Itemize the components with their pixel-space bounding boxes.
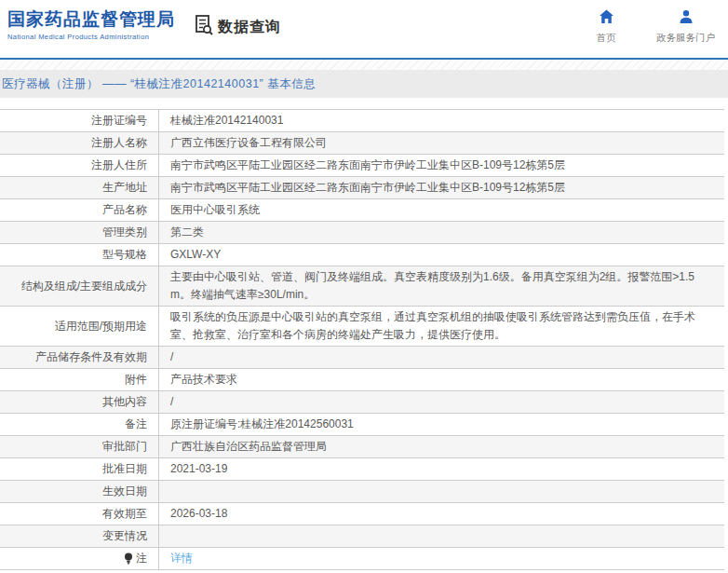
nav-home-label: 首页 bbox=[597, 32, 616, 45]
row-label: 审批部门 bbox=[0, 436, 159, 457]
row-label-text: 产品名称 bbox=[102, 201, 147, 219]
row-value: / bbox=[159, 391, 724, 413]
table-row: 适用范围/预期用途 吸引系统的负压源是中心吸引站的真空泵组，通过真空泵机组的抽吸… bbox=[0, 307, 724, 347]
row-label: 其他内容 bbox=[0, 391, 159, 413]
row-label: 管理类别 bbox=[0, 222, 159, 243]
home-icon bbox=[599, 9, 614, 28]
row-value: 2021-03-19 bbox=[159, 458, 724, 480]
row-label: 生产地址 bbox=[0, 177, 159, 198]
row-value: 吸引系统的负压源是中心吸引站的真空泵组，通过真空泵机组的抽吸使吸引系统管路达到需… bbox=[159, 307, 724, 346]
detail-link[interactable]: 详情 bbox=[170, 550, 193, 567]
table-row: 注 详情 bbox=[0, 548, 724, 570]
row-value: 广西立伟医疗设备工程有限公司 bbox=[159, 132, 724, 154]
row-label: 注册人名称 bbox=[0, 132, 159, 154]
table-row: 产品储存条件及有效期 / bbox=[0, 347, 724, 369]
nav-gov-portal-label: 政务服务门户 bbox=[656, 32, 715, 45]
row-label: 注册人住所 bbox=[0, 155, 159, 176]
row-label: 备注 bbox=[0, 414, 159, 435]
row-label-text: 生产地址 bbox=[102, 179, 147, 197]
row-label-text: 批准日期 bbox=[102, 460, 147, 478]
row-value: 广西壮族自治区药品监督管理局 bbox=[159, 436, 724, 457]
table-row: 生产地址 南宁市武鸣区平陆工业园区经二路东面南宁市伊岭工业集中区B-109号12… bbox=[0, 177, 724, 199]
row-value: 原注册证编号:桂械注准20142560031 bbox=[159, 414, 724, 435]
row-value bbox=[159, 481, 724, 502]
logo-title: 国家药品监督管理局 bbox=[7, 8, 175, 31]
row-label: 变更情况 bbox=[0, 525, 159, 547]
row-value: 医用中心吸引系统 bbox=[159, 199, 724, 221]
table-row: 结构及组成/主要组成成分 主要由中心吸引站、管道、阀门及终端组成。真空表精度级别… bbox=[0, 266, 724, 307]
data-query-heading[interactable]: 数据查询 bbox=[194, 14, 281, 40]
table-row: 型号规格 GXLW-XY bbox=[0, 244, 724, 266]
table-row: 注册人住所 南宁市武鸣区平陆工业园区经二路东面南宁市伊岭工业集中区B-109号1… bbox=[0, 155, 724, 177]
row-label-text: 其他内容 bbox=[102, 393, 147, 411]
data-query-label: 数据查询 bbox=[218, 18, 281, 37]
info-table: 注册证编号 桂械注准20142140031 注册人名称 广西立伟医疗设备工程有限… bbox=[0, 109, 724, 570]
table-row: 生效日期 bbox=[0, 481, 724, 503]
nmpa-logo[interactable]: 国家药品监督管理局 National Medical Products Admi… bbox=[7, 8, 175, 41]
top-nav: 首页 政务服务门户 bbox=[587, 9, 715, 45]
row-label-text: 审批部门 bbox=[102, 438, 147, 456]
row-label: 附件 bbox=[0, 369, 159, 390]
row-label-text: 有效期至 bbox=[102, 505, 147, 523]
row-label-text: 注 bbox=[136, 550, 147, 567]
row-label: 结构及组成/主要组成成分 bbox=[0, 266, 159, 306]
user-icon bbox=[679, 9, 694, 28]
row-label: 适用范围/预期用途 bbox=[0, 307, 159, 346]
row-value: 2026-03-18 bbox=[159, 503, 724, 525]
row-value: 产品技术要求 bbox=[159, 369, 724, 390]
table-row: 附件 产品技术要求 bbox=[0, 369, 724, 391]
row-label: 产品储存条件及有效期 bbox=[0, 347, 159, 368]
row-label-text: 附件 bbox=[125, 371, 147, 389]
row-value: 主要由中心吸引站、管道、阀门及终端组成。真空表精度级别为1.6级。备用真空泵组为… bbox=[159, 266, 724, 306]
row-value: 桂械注准20142140031 bbox=[159, 110, 724, 131]
row-label-text: 管理类别 bbox=[102, 224, 147, 241]
table-row: 产品名称 医用中心吸引系统 bbox=[0, 199, 724, 222]
row-label-text: 注册人住所 bbox=[91, 157, 147, 174]
row-value bbox=[159, 525, 724, 547]
row-label: 批准日期 bbox=[0, 458, 159, 480]
table-row: 其他内容 / bbox=[0, 391, 724, 414]
row-label: 注册证编号 bbox=[0, 110, 159, 131]
row-label: 型号规格 bbox=[0, 244, 159, 266]
lightbulb-icon bbox=[124, 553, 133, 565]
row-label-text: 变更情况 bbox=[102, 527, 147, 545]
row-label: 生效日期 bbox=[0, 481, 159, 502]
row-value: 详情 bbox=[159, 548, 724, 569]
row-label-text: 备注 bbox=[125, 416, 147, 433]
table-row: 审批部门 广西壮族自治区药品监督管理局 bbox=[0, 436, 724, 458]
row-label-text: 结构及组成/主要组成成分 bbox=[21, 278, 147, 295]
table-row: 注册证编号 桂械注准20142140031 bbox=[0, 110, 724, 132]
table-row: 注册人名称 广西立伟医疗设备工程有限公司 bbox=[0, 132, 724, 155]
table-row: 变更情况 bbox=[0, 525, 724, 548]
logo-subtitle: National Medical Products Administration bbox=[7, 33, 175, 41]
row-label: 有效期至 bbox=[0, 503, 159, 525]
row-value: 南宁市武鸣区平陆工业园区经二路东面南宁市伊岭工业集中区B-109号12栋第5层 bbox=[159, 155, 724, 176]
nav-home[interactable]: 首页 bbox=[587, 9, 625, 45]
row-label-text: 生效日期 bbox=[102, 483, 147, 500]
document-search-icon bbox=[194, 14, 214, 40]
breadcrumb: 医疗器械（注册） —— “桂械注准20142140031” 基本信息 bbox=[0, 76, 316, 92]
row-value: GXLW-XY bbox=[159, 244, 724, 266]
row-value: 南宁市武鸣区平陆工业园区经二路东面南宁市伊岭工业集中区B-109号12栋第5层 bbox=[159, 177, 724, 198]
header: 国家药品监督管理局 National Medical Products Admi… bbox=[0, 0, 728, 60]
table-row: 备注 原注册证编号:桂械注准20142560031 bbox=[0, 414, 724, 436]
row-value: / bbox=[159, 347, 724, 368]
row-label-text: 注册人名称 bbox=[91, 134, 147, 152]
row-label: 注 bbox=[0, 548, 159, 569]
row-label-text: 适用范围/预期用途 bbox=[55, 318, 147, 335]
breadcrumb-bar: 医疗器械（注册） —— “桂械注准20142140031” 基本信息 bbox=[0, 70, 728, 98]
row-label-text: 产品储存条件及有效期 bbox=[35, 348, 147, 366]
nav-gov-portal[interactable]: 政务服务门户 bbox=[656, 9, 715, 45]
row-label: 产品名称 bbox=[0, 199, 159, 221]
row-value: 第二类 bbox=[159, 222, 724, 243]
table-row: 批准日期 2021-03-19 bbox=[0, 458, 724, 481]
table-row: 有效期至 2026-03-18 bbox=[0, 503, 724, 525]
decorative-strip bbox=[0, 60, 728, 70]
row-label-text: 型号规格 bbox=[102, 246, 147, 264]
table-row: 管理类别 第二类 bbox=[0, 222, 724, 244]
row-label-text: 注册证编号 bbox=[91, 112, 147, 130]
